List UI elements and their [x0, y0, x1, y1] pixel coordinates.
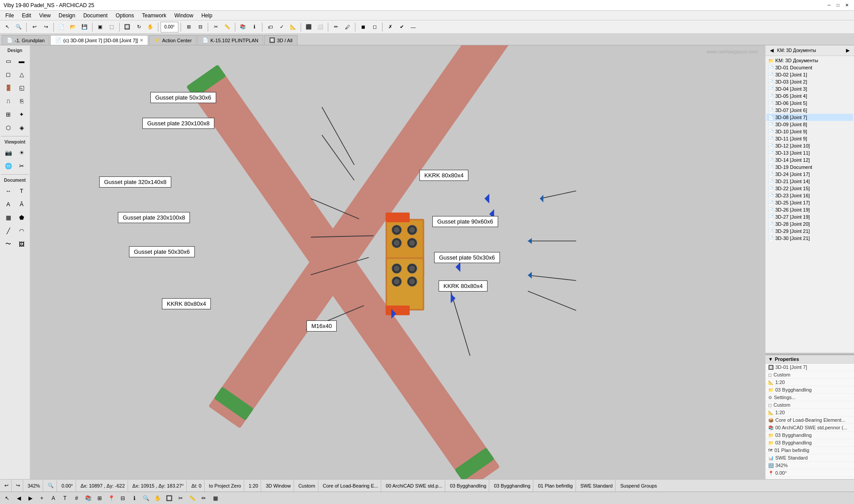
tree-folder[interactable]: 📁 KM: 3D Документы — [766, 57, 853, 64]
menu-window[interactable]: Window — [171, 12, 197, 20]
status-scale[interactable]: 1:20 — [246, 480, 261, 492]
tree-item-joint16[interactable]: 📄 3D-23 [Joint 16] — [766, 192, 853, 199]
tab-joint7-close[interactable]: ✕ — [140, 38, 143, 43]
section-tool[interactable]: ✂ — [16, 160, 28, 172]
elevation-btn[interactable]: 📏 — [222, 22, 233, 32]
tree-item-joint1[interactable]: 📄 3D-02 [Joint 1] — [766, 71, 853, 78]
menu-help[interactable]: Help — [198, 12, 216, 20]
panel-expand-btn[interactable]: ◀ — [767, 47, 776, 55]
grid-btn[interactable]: ⊟ — [195, 22, 205, 32]
bt-a-btn[interactable]: A — [48, 493, 59, 503]
img-tool[interactable]: 🖼 — [16, 238, 28, 250]
pan-btn[interactable]: ✋ — [145, 22, 156, 32]
tab-action[interactable]: ⚡ Action Center — [149, 35, 197, 45]
prop-settings[interactable]: ⚙ Settings... — [765, 394, 854, 401]
section-btn[interactable]: ✂ — [210, 22, 221, 32]
bt-section-btn[interactable]: ✂ — [175, 493, 186, 503]
fill-tool[interactable]: ▦ — [2, 211, 15, 224]
bt-num-btn[interactable]: # — [71, 493, 82, 503]
menu-edit[interactable]: Edit — [18, 12, 35, 20]
stair-tool[interactable]: ⊞ — [2, 108, 15, 120]
select-tool[interactable]: ▭ — [2, 55, 15, 67]
status-suspend[interactable]: Suspend Groups — [617, 480, 660, 492]
status-cat[interactable]: 03 Bygghandling — [447, 480, 489, 492]
bt-fill-btn[interactable]: ▦ — [210, 493, 221, 503]
bt-snap-btn[interactable]: ⊟ — [117, 493, 128, 503]
bt-layer-btn[interactable]: 📚 — [83, 493, 93, 503]
status-3d-window[interactable]: 3D Window — [263, 480, 294, 492]
dash-btn[interactable]: — — [408, 22, 419, 32]
align2-btn[interactable]: ⬜ — [315, 22, 326, 32]
zoom-btn[interactable]: 🔍 — [13, 22, 24, 32]
tree-item-joint10[interactable]: 📄 3D-11 [Joint 9] — [766, 135, 853, 142]
tab-plintplan[interactable]: 📄 K-15.102 PLINTPLAN — [197, 35, 263, 45]
snap-btn[interactable]: ⊞ — [183, 22, 194, 32]
tab-grundplan[interactable]: 📄 -1. Grundplan — [2, 35, 49, 45]
tree-item-joint11[interactable]: 📄 3D-12 [Joint 10] — [766, 142, 853, 149]
tree-item-joint21b[interactable]: 📄 3D-30 [Joint 21] — [766, 235, 853, 242]
camera-tool[interactable]: 📷 — [2, 146, 15, 159]
tree-item-joint4[interactable]: 📄 3D-05 [Joint 4] — [766, 92, 853, 100]
arc-tool[interactable]: ◠ — [16, 224, 28, 237]
bt-zoom-btn[interactable]: 🔍 — [141, 493, 151, 503]
bt-3d-btn[interactable]: 🔲 — [164, 493, 174, 503]
status-custom[interactable]: Custom — [296, 480, 318, 492]
fill-btn[interactable]: 🖊 — [342, 22, 353, 32]
surface-btn[interactable]: ◼ — [358, 22, 368, 32]
tree-item-joint6[interactable]: 📄 3D-07 [Joint 6] — [766, 107, 853, 114]
menu-design[interactable]: Design — [55, 12, 79, 20]
tree-item-joint14[interactable]: 📄 3D-21 [Joint 14] — [766, 178, 853, 185]
bt-coord-btn[interactable]: 📍 — [106, 493, 117, 503]
status-pen-set[interactable]: 00 ArchiCAD SWE std.p... — [383, 480, 445, 492]
tree-item-joint12[interactable]: 📄 3D-13 [Joint 11] — [766, 149, 853, 156]
tree-item-joint9[interactable]: 📄 3D-10 [Joint 9] — [766, 128, 853, 135]
open-btn[interactable]: 📂 — [68, 22, 78, 32]
spline-tool[interactable]: 〜 — [2, 238, 15, 250]
canvas-area[interactable]: www.noirisargsyon.com — [30, 45, 765, 479]
door-tool[interactable]: 🚪 — [2, 81, 15, 94]
tree-item-doc3d[interactable]: 📄 3D-01 Document — [766, 64, 853, 71]
tree-item-joint17[interactable]: 📄 3D-24 [Joint 17] — [766, 171, 853, 178]
status-standard[interactable]: SWE Standard — [578, 480, 616, 492]
tab-joint7[interactable]: 📄 (c) 3D-08 [Joint 7] [3D-08 [Joint 7]] … — [50, 35, 148, 45]
menu-options[interactable]: Options — [112, 12, 137, 20]
menu-file[interactable]: File — [2, 12, 17, 20]
status-to-zero[interactable]: to Project Zero — [206, 480, 244, 492]
menu-teamwork[interactable]: Teamwork — [138, 12, 170, 20]
tree-item-joint13[interactable]: 📄 3D-14 [Joint 12] — [766, 156, 853, 164]
bt-grid-btn[interactable]: ⊞ — [94, 493, 105, 503]
panel-collapse-btn[interactable]: ▶ — [843, 47, 852, 55]
tree-item-joint21a[interactable]: 📄 3D-29 [Joint 21] — [766, 228, 853, 235]
close-button[interactable]: ✕ — [843, 2, 850, 9]
new-btn[interactable]: 📄 — [56, 22, 67, 32]
view3d-btn[interactable]: 🔲 — [122, 22, 133, 32]
pen-btn[interactable]: ✏ — [330, 22, 341, 32]
dim-tool[interactable]: ↔ — [2, 184, 15, 197]
rotate-btn[interactable]: ↻ — [133, 22, 144, 32]
select-btn[interactable]: ▣ — [95, 22, 105, 32]
tag-btn[interactable]: 🏷 — [265, 22, 275, 32]
redo-btn[interactable]: ↪ — [40, 22, 51, 32]
bt-arrow-btn[interactable]: ↖ — [2, 493, 12, 503]
check2-btn[interactable]: ✔ — [396, 22, 407, 32]
tab-3d[interactable]: 🔲 3D / All — [264, 35, 298, 45]
menu-view[interactable]: View — [36, 12, 54, 20]
tree-item-joint20[interactable]: 📄 3D-28 [Joint 20] — [766, 220, 853, 228]
zone-tool[interactable]: ⬡ — [2, 121, 15, 134]
check-btn[interactable]: ✓ — [276, 22, 287, 32]
tree-item-joint2[interactable]: 📄 3D-03 [Joint 2] — [766, 78, 853, 85]
sun-tool[interactable]: ☀ — [16, 146, 28, 159]
bt-move-btn[interactable]: ◀ — [13, 493, 24, 503]
align-btn[interactable]: ⬛ — [303, 22, 314, 32]
orbit-tool[interactable]: 🌐 — [2, 160, 15, 172]
maximize-button[interactable]: □ — [834, 2, 842, 9]
line-tool[interactable]: ╱ — [2, 224, 15, 237]
window-tool[interactable]: ◱ — [16, 81, 28, 94]
bt-pen-btn[interactable]: ✏ — [198, 493, 209, 503]
wall-tool[interactable]: ▬ — [16, 55, 28, 67]
label2-tool[interactable]: Ā — [16, 198, 28, 210]
render-btn[interactable]: ◻ — [369, 22, 380, 32]
poly-tool[interactable]: ⬟ — [16, 211, 28, 224]
tree-item-joint19b[interactable]: 📄 3D-27 [Joint 19] — [766, 213, 853, 220]
measure-btn[interactable]: 📐 — [288, 22, 298, 32]
